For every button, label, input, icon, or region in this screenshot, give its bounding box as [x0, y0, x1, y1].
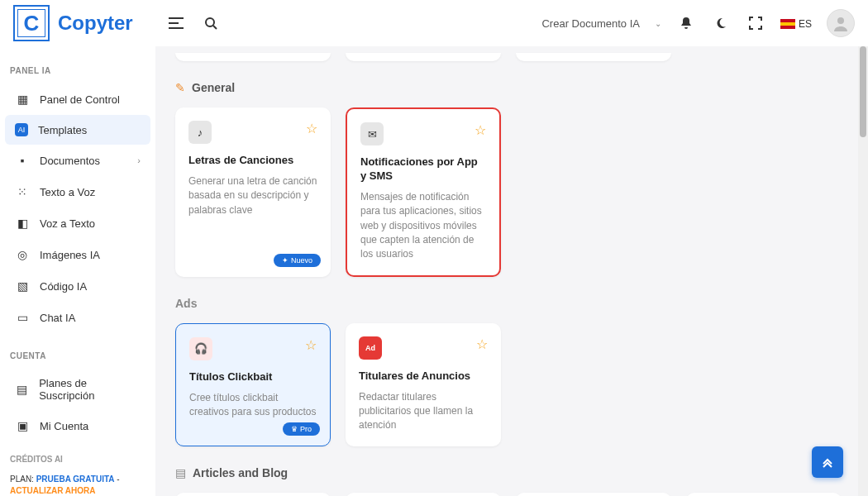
- topbar-left-tools: [166, 13, 221, 33]
- star-icon[interactable]: ☆: [475, 122, 486, 138]
- card-title: Títulos Clickbait: [189, 370, 317, 384]
- sms-icon: ✉: [360, 122, 384, 145]
- card-article-2[interactable]: ▭ ☆: [346, 493, 501, 496]
- svg-point-1: [837, 17, 844, 24]
- logo-mark: C: [13, 5, 50, 41]
- logo[interactable]: C Copyter: [13, 5, 133, 41]
- sidebar-item-label: Texto a Voz: [40, 186, 95, 198]
- sidebar-item-label: Mi Cuenta: [40, 420, 88, 432]
- chevron-right-icon: ›: [137, 155, 141, 165]
- subscription-icon: ▤: [15, 382, 29, 397]
- section-header-ads: Ads: [175, 297, 848, 310]
- plan-name: PRUEBA GRATUITA: [36, 475, 115, 484]
- section-title: General: [192, 81, 235, 94]
- sidebar-item-documentos[interactable]: ▪ Documentos ›: [5, 145, 150, 176]
- flag-es-icon: [780, 19, 795, 29]
- music-icon: ♪: [188, 121, 212, 144]
- document-icon: ▤: [175, 466, 186, 479]
- card-desc: Generar una letra de canción basada en s…: [188, 174, 317, 217]
- main-content: ✎ General ♪ ☆ Letras de Canciones Genera…: [155, 46, 868, 496]
- sidebar-item-chat-ia[interactable]: ▭ Chat IA: [5, 302, 150, 333]
- card-article-4[interactable]: ▭ ☆: [686, 493, 842, 496]
- card-title: Letras de Canciones: [188, 154, 317, 168]
- badge-nuevo: ✦Nuevo: [274, 254, 321, 267]
- scroll-top-button[interactable]: [812, 446, 843, 478]
- menu-toggle-icon[interactable]: [166, 13, 186, 33]
- sidebar-item-planes[interactable]: ▤ Planes de Suscripción: [5, 369, 150, 410]
- star-icon[interactable]: ☆: [476, 336, 488, 352]
- star-icon[interactable]: ☆: [306, 121, 317, 136]
- card-partial-top[interactable]: [175, 53, 331, 61]
- fullscreen-icon[interactable]: [746, 13, 765, 33]
- cards-ads: 🎧 ☆ Títulos Clickbait Cree títulos click…: [175, 323, 848, 446]
- sidebar-item-label: Chat IA: [40, 312, 75, 324]
- sidebar-section-cuenta: CUENTA: [0, 345, 155, 369]
- card-titulos-clickbait[interactable]: 🎧 ☆ Títulos Clickbait Cree títulos click…: [175, 323, 331, 446]
- plan-sep: -: [115, 475, 120, 484]
- plan-upgrade-link[interactable]: ACTUALIZAR AHORA: [10, 486, 96, 495]
- card-title: Notificaciones por App y SMS: [360, 155, 486, 184]
- logo-text: Copyter: [58, 12, 133, 35]
- sidebar-section-panel: PANEL IA: [0, 60, 155, 83]
- sidebar-item-panel-control[interactable]: ▦ Panel de Control: [5, 83, 150, 115]
- code-ai-icon: ▧: [15, 279, 30, 293]
- sidebar-item-texto-a-voz[interactable]: ⁙ Texto a Voz: [5, 176, 150, 207]
- badge-text: Pro: [300, 425, 312, 433]
- sidebar-item-codigo-ia[interactable]: ▧ Código IA: [5, 270, 150, 302]
- card-article-3[interactable]: ▭ ☆: [516, 493, 671, 496]
- scrollbar-track[interactable]: [858, 46, 868, 496]
- image-ai-icon: ◎: [15, 247, 30, 262]
- language-selector[interactable]: ES: [780, 16, 812, 31]
- topbar-right: Crear Documento IA ⌄ ES: [541, 9, 855, 37]
- sidebar-item-mi-cuenta[interactable]: ▣ Mi Cuenta: [5, 410, 150, 441]
- card-letras-canciones[interactable]: ♪ ☆ Letras de Canciones Generar una letr…: [175, 107, 331, 277]
- create-document-link[interactable]: Crear Documento IA: [541, 17, 640, 30]
- sidebar-item-voz-a-texto[interactable]: ◧ Voz a Texto: [5, 207, 150, 239]
- cards-articles-partial: T ☆ ▭ ☆ ▭ ☆ ▭ ☆: [175, 493, 848, 496]
- headphones-icon: 🎧: [189, 337, 212, 360]
- theme-toggle-icon[interactable]: [711, 13, 731, 33]
- plan-line: PLAN: PRUEBA GRATUITA - ACTUALIZAR AHORA: [0, 470, 155, 496]
- card-partial-top[interactable]: [346, 53, 501, 61]
- logo-letter: C: [24, 11, 40, 36]
- sidebar-section-creditos: CRÉDITOS AI: [0, 441, 155, 470]
- sidebar-item-templates[interactable]: AI Templates: [5, 115, 150, 145]
- card-article-1[interactable]: T ☆: [175, 493, 331, 496]
- sidebar-item-label: Panel de Control: [40, 93, 120, 106]
- section-title: Ads: [175, 297, 197, 310]
- sidebar-item-label: Documentos: [40, 155, 100, 167]
- dashboard-icon: ▦: [15, 92, 30, 107]
- sparkle-icon: ✦: [282, 256, 289, 265]
- scrollbar-thumb[interactable]: [860, 46, 866, 137]
- badge-text: Nuevo: [291, 256, 312, 265]
- plan-prefix: PLAN:: [10, 475, 34, 484]
- search-icon[interactable]: [201, 13, 221, 33]
- card-desc: Cree títulos clickbait creativos para su…: [189, 391, 317, 420]
- topbar: C Copyter Crear Documento IA ⌄ ES: [0, 0, 868, 46]
- card-partial-top[interactable]: [516, 53, 671, 61]
- ad-icon: Ad: [359, 336, 382, 360]
- sidebar-item-label: Voz a Texto: [40, 217, 95, 230]
- card-titulares-anuncios[interactable]: Ad ☆ Titulares de Anuncios Redactar titu…: [346, 323, 501, 446]
- section-header-articles: ▤ Articles and Blog: [175, 466, 848, 479]
- card-desc: Mensajes de notificación para tus aplica…: [360, 190, 486, 262]
- section-title: Articles and Blog: [193, 466, 288, 479]
- card-title: Titulares de Anuncios: [359, 370, 488, 384]
- chevron-down-icon[interactable]: ⌄: [655, 19, 661, 28]
- chat-ai-icon: ▭: [15, 310, 30, 325]
- badge-pro: ♛Pro: [283, 422, 320, 436]
- cards-general: ♪ ☆ Letras de Canciones Generar una letr…: [175, 107, 848, 277]
- sidebar-item-label: Imágenes IA: [40, 249, 100, 261]
- crown-icon: ♛: [291, 425, 298, 433]
- templates-icon: AI: [15, 123, 28, 136]
- star-icon[interactable]: ☆: [305, 337, 317, 353]
- avatar[interactable]: [827, 9, 855, 37]
- lang-code: ES: [799, 18, 812, 30]
- audio-wave-icon: ⁙: [15, 184, 30, 199]
- sidebar-item-imagenes-ia[interactable]: ◎ Imágenes IA: [5, 239, 150, 270]
- card-desc: Redactar titulares publicitarios que lla…: [359, 390, 488, 433]
- bell-icon[interactable]: [676, 13, 696, 33]
- svg-point-0: [206, 18, 214, 26]
- card-notificaciones-sms[interactable]: ✉ ☆ Notificaciones por App y SMS Mensaje…: [346, 107, 501, 277]
- pencil-icon: ✎: [175, 81, 185, 94]
